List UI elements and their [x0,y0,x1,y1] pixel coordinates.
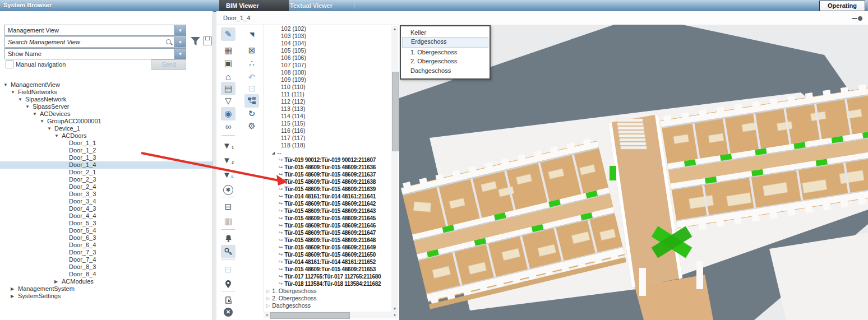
tree-item-Device_1[interactable]: ▼Device_1 [0,125,213,132]
view-selector-dropdown[interactable]: Management View ▼ [4,25,186,36]
tree-item-Door_2_3[interactable]: Door_2_3 [0,176,213,183]
door-link-node[interactable]: ↪Tür-017 112765:Tür-017 112765:211680 [264,273,392,280]
settings-gear-icon[interactable]: ⚙ [244,119,259,133]
door-link-node[interactable]: ↪Tür-015 48609:Tür-015 48609:211637 [264,171,392,178]
tree-item-Door_7_3[interactable]: Door_7_3 [0,249,213,256]
filter-custom-icon[interactable]: ▼L [221,168,236,181]
model-node[interactable]: 113 (113) [264,105,392,113]
tree-expander-icon[interactable]: ▼ [33,110,40,118]
page-doc-icon[interactable]: ⊡ [221,263,236,276]
model-node[interactable]: 107 (107) [264,62,392,69]
tree-expander-icon[interactable]: ▶ [11,285,18,293]
tree-item-Door_3_3[interactable]: Door_3_3 [0,191,213,198]
comment-flag-icon[interactable]: ⊟ [221,200,236,214]
door-link-node[interactable]: ↪Tür-015 48609:Tür-015 48609:211648 [264,236,392,244]
id-card-icon[interactable]: ▥ [221,215,236,228]
tree-item-Door_6_4[interactable]: Door_6_4 [0,242,213,249]
tree-item-Door_5_3[interactable]: Door_5_3 [0,220,213,227]
door-link-node[interactable]: ↪Tür-015 48609:Tür-015 48609:211642 [264,200,392,207]
door-link-node[interactable]: ↪Tür-015 48609:Tür-015 48609:211649 [264,244,392,251]
chevron-down-icon[interactable]: ▼ [174,49,186,59]
tab-textual-viewer[interactable]: Textual Viewer [290,0,333,11]
tree-expander-icon[interactable]: ▼ [47,125,54,132]
tree-item-SipassNetwork[interactable]: ▼SipassNetwork [0,96,213,103]
model-node[interactable]: 109 (109) [264,76,392,84]
model-node[interactable]: 116 (116) [264,127,392,135]
tree-item-FieldNetworks[interactable]: ▼FieldNetworks [0,89,213,96]
model-node[interactable]: 111 (111) [264,91,392,98]
scan-fan-icon[interactable]: ✱ [221,183,236,197]
door-link-node[interactable]: ↪Tür-015 48609:Tür-015 48609:211645 [264,215,392,222]
model-group-node[interactable]: ◢-- [264,149,392,156]
model-node[interactable]: 106 (106) [264,54,392,62]
model-node[interactable]: 117 (117) [264,135,392,142]
door-link-node[interactable]: ↪Tür-015 48609:Tür-015 48609:211646 [264,222,392,229]
refresh-icon[interactable]: ↻ [244,107,259,120]
document-list-icon[interactable]: ▤ [221,82,236,95]
tree-item-ManagementSystem[interactable]: ▶ManagementSystem [0,285,213,293]
model-node[interactable]: 110 (110) [264,84,392,91]
filter-1-icon[interactable]: ▼1 [221,138,236,152]
door-link-node[interactable]: ↪Tür-019 90012:Tür-019 90012:211607 [264,156,392,164]
tree-item-ACDoors[interactable]: ▼ACDoors [0,132,213,140]
tree-expander-icon[interactable]: ▼ [18,96,25,103]
popup-item-Dachgeschoss[interactable]: Dachgeschoss [402,66,488,75]
vertical-scrollbar[interactable]: ▲ ▼ [391,26,398,312]
location-pin-icon[interactable] [221,277,236,291]
door-link-node[interactable]: ↪Tür-014 48161:Tür-014 48161:211641 [264,193,392,200]
orbit-view-icon[interactable]: ◥ [244,27,259,41]
tree-item-Door_4_3[interactable]: Door_4_3 [0,205,213,212]
operating-mode-button[interactable]: Operating [819,1,865,11]
model-node[interactable]: 102 (102) [264,25,392,33]
display-mode-dropdown[interactable]: Show Name ▼ [4,48,186,59]
scroll-left-arrow[interactable]: ◂ [264,312,270,318]
key-icon[interactable] [221,245,236,258]
model-node[interactable]: 112 (112) [264,98,392,105]
target-circle-icon[interactable]: ◉ [221,107,236,120]
popup-item-Keller[interactable]: Keller [402,28,488,37]
horizontal-scroll-thumb[interactable] [270,312,350,319]
bell-icon[interactable] [221,231,236,245]
door-link-node[interactable]: ↪Tür-015 48609:Tür-015 48609:211653 [264,266,392,273]
floor-node-2-Obergeschoss[interactable]: ▷2. Obergeschoss [264,295,392,302]
scroll-right-arrow[interactable]: ▸ [392,312,398,318]
door-link-node[interactable]: ↪Tür-018 113584:Tür-018 113584:211682 [264,280,392,287]
tab-bim-viewer[interactable]: BIM Viewer [219,0,289,11]
draw-pencil-icon[interactable]: ✎ [221,27,236,41]
save-disk-icon[interactable]: ⊡ [244,82,259,95]
tree-item-Door_1_4[interactable]: Door_1_4 [0,161,213,169]
tree-item-GroupACC0000001[interactable]: ▼GroupACC0000001 [0,118,213,125]
image-frame-icon[interactable]: ▣ [221,57,236,70]
tree-item-Door_8_3[interactable]: Door_8_3 [0,263,213,271]
popup-item-Erdgeschoss[interactable]: Erdgeschoss [402,37,488,47]
horizontal-scrollbar[interactable]: ◂ ▸ [264,312,398,318]
send-button[interactable]: Send [151,59,186,70]
model-node[interactable]: 105 (105) [264,47,392,54]
tree-expander-icon[interactable]: ▼ [54,132,62,140]
tree-expander-icon[interactable]: ▼ [40,118,47,125]
tree-item-Door_2_4[interactable]: Door_2_4 [0,183,213,191]
model-node[interactable]: 118 (118) [264,142,392,149]
tree-item-ACDevices[interactable]: ▼ACDevices [0,110,213,118]
tree-expander-icon[interactable]: ▼ [3,81,11,89]
floor-node-1-Obergeschoss[interactable]: ▷1. Obergeschoss [264,287,392,295]
search-icon[interactable] [165,39,173,46]
save-search-icon[interactable] [203,36,212,45]
tree-item-Door_3_4[interactable]: Door_3_4 [0,198,213,205]
tree-expander-icon[interactable]: ▶ [11,293,18,300]
floor-node-Dachgeschoss[interactable]: ▷Dachgeschoss [264,302,392,309]
vertical-scroll-thumb[interactable] [392,72,399,151]
tree-expander-icon[interactable]: ▶ [54,278,62,285]
tree-item-Door_5_4[interactable]: Door_5_4 [0,227,213,234]
search-input[interactable]: Search Management View ▼ [4,36,186,48]
grid-icon[interactable]: ▦ [221,44,236,57]
tree-expander-icon[interactable]: ▼ [25,103,33,110]
export-page-icon[interactable] [221,293,236,307]
scroll-down-arrow[interactable]: ▼ [391,305,398,312]
model-node[interactable]: 115 (115) [264,120,392,127]
manual-navigation-checkbox[interactable] [6,61,13,68]
door-link-node[interactable]: ↪Tür-015 48609:Tür-015 48609:211650 [264,251,392,258]
door-link-node[interactable]: ↪Tür-015 48609:Tür-015 48609:211638 [264,178,392,185]
tree-item-Door_1_2[interactable]: Door_1_2 [0,147,213,154]
popup-item-2-Obergeschoss[interactable]: 2. Obergeschoss [402,57,488,66]
